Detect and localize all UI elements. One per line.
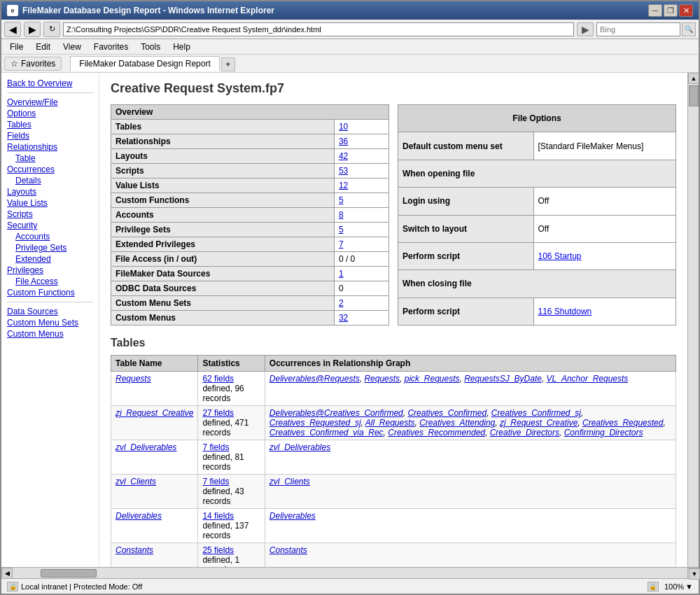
zoom-dropdown-icon[interactable]: ▼	[685, 582, 693, 591]
occurrence-link[interactable]: Creatives_Requested_sj	[270, 418, 361, 428]
sidebar-link-extended[interactable]: Extended	[15, 254, 93, 264]
scroll-thumb[interactable]	[689, 85, 699, 106]
perform-script-close-link[interactable]: 116 Shutdown	[538, 307, 592, 316]
sidebar-link-privilege-sets[interactable]: Privilege Sets	[15, 243, 93, 253]
table-fields-link[interactable]: 27 fields	[202, 408, 234, 418]
favorites-button[interactable]: ☆ Favorites	[4, 57, 62, 71]
table-name-link[interactable]: Deliverables	[115, 511, 162, 521]
sidebar-link-security[interactable]: Security	[7, 220, 93, 230]
table-occurrences-cell: Deliverables@Requests, Requests, pick_Re…	[265, 372, 676, 406]
table-name-link[interactable]: Constants	[115, 545, 153, 555]
overview-custom-menu-sets-link[interactable]: 2	[339, 298, 344, 308]
occurrence-link[interactable]: RequestsSJ_ByDate	[464, 374, 542, 384]
sidebar-link-file-access[interactable]: File Access	[15, 276, 93, 286]
overview-relationships-link[interactable]: 36	[339, 136, 348, 146]
sidebar-link-scripts[interactable]: Scripts	[7, 209, 93, 219]
overview-accounts-link[interactable]: 8	[339, 210, 344, 220]
sidebar-link-custom-menu-sets[interactable]: Custom Menu Sets	[7, 318, 93, 328]
occurrence-link[interactable]: pick_Requests	[405, 374, 460, 384]
occurrence-link[interactable]: Creatives_Recommended	[388, 428, 485, 438]
overview-value-lists-link[interactable]: 12	[339, 181, 348, 190]
refresh-button[interactable]: ↻	[43, 22, 60, 37]
menu-edit[interactable]: Edit	[30, 41, 56, 53]
menu-tools[interactable]: Tools	[135, 41, 166, 53]
overview-fm-data-sources-link[interactable]: 1	[339, 269, 344, 279]
forward-button[interactable]: ▶	[24, 22, 41, 37]
table-name-link[interactable]: zj_Request_Creative	[115, 408, 193, 418]
restore-button[interactable]: ❐	[664, 4, 678, 17]
occurrence-link[interactable]: Creatives_Confirmed	[407, 408, 486, 418]
occurrence-link[interactable]: Creatives_Confirmed_sj	[491, 408, 581, 418]
table-fields-link[interactable]: 7 fields	[202, 477, 229, 486]
occurrence-link[interactable]: Creatives_Confirmed_via_Rec	[270, 428, 384, 438]
occurrence-link[interactable]: Deliverables@Creatives_Confirmed	[270, 408, 403, 418]
occurrence-link[interactable]: zj_Request_Creative	[500, 418, 578, 428]
occurrence-link[interactable]: VL_Anchor_Requests	[547, 374, 629, 384]
minimize-button[interactable]: ─	[648, 4, 662, 17]
overview-privilege-sets-link[interactable]: 5	[339, 225, 344, 234]
right-scrollbar[interactable]: ▲ ▼	[687, 73, 699, 567]
sidebar-link-relationships[interactable]: Relationships	[7, 142, 93, 152]
back-button[interactable]: ◀	[4, 22, 21, 37]
sidebar-link-details[interactable]: Details	[15, 176, 93, 186]
horizontal-scrollbar[interactable]: ◀ ▶	[1, 567, 699, 578]
overview-custom-functions-link[interactable]: 5	[339, 195, 344, 205]
menu-favorites[interactable]: Favorites	[88, 41, 134, 53]
scroll-left-arrow[interactable]: ◀	[1, 568, 13, 579]
menu-file[interactable]: File	[4, 41, 29, 53]
sidebar-back-overview[interactable]: Back to Overview	[7, 78, 93, 88]
table-fields-link[interactable]: 14 fields	[202, 511, 234, 521]
overview-layouts-link[interactable]: 42	[339, 151, 348, 161]
search-input[interactable]	[596, 22, 680, 36]
sidebar-link-value-lists[interactable]: Value Lists	[7, 198, 93, 208]
active-tab[interactable]: FileMaker Database Design Report	[70, 56, 219, 71]
address-input[interactable]	[63, 22, 574, 36]
occurrence-link[interactable]: Creatives_Attending	[419, 418, 495, 428]
occurrence-link[interactable]: Creatives_Requested	[582, 418, 663, 428]
overview-scripts-value: 53	[334, 164, 388, 178]
occurrence-link[interactable]: Deliverables	[270, 511, 316, 521]
zoom-control[interactable]: 100% ▼	[664, 582, 693, 591]
perform-script-open-link[interactable]: 106 Startup	[538, 251, 582, 261]
sidebar-link-table[interactable]: Table	[15, 153, 93, 163]
sidebar-link-fields[interactable]: Fields	[7, 131, 93, 141]
sidebar-link-overview-file[interactable]: Overview/File	[7, 97, 93, 107]
occurrence-link[interactable]: All_Requests	[365, 418, 415, 428]
overview-custom-menus-link[interactable]: 32	[339, 313, 348, 323]
occurrence-link[interactable]: Deliverables@Requests	[270, 374, 360, 384]
sidebar-link-data-sources[interactable]: Data Sources	[7, 307, 93, 316]
table-fields-link[interactable]: 62 fields	[202, 374, 234, 384]
new-tab-button[interactable]: +	[221, 57, 235, 71]
occurrence-link[interactable]: Creative_Directors	[490, 428, 559, 438]
overview-file-access-value[interactable]: 0 / 0	[334, 252, 388, 267]
sidebar-link-custom-functions[interactable]: Custom Functions	[7, 288, 93, 298]
overview-scripts-link[interactable]: 53	[339, 166, 348, 176]
table-name-link[interactable]: zvl_Clients	[115, 477, 156, 486]
occurrence-link[interactable]: zvl_Clients	[270, 477, 310, 486]
menu-help[interactable]: Help	[167, 41, 196, 53]
sidebar-link-layouts[interactable]: Layouts	[7, 187, 93, 197]
go-button[interactable]: ▶	[577, 22, 594, 36]
scroll-up-arrow[interactable]: ▲	[688, 73, 699, 84]
occurrence-link[interactable]: Constants	[270, 545, 307, 555]
sidebar-link-accounts[interactable]: Accounts	[15, 232, 93, 241]
table-fields-link[interactable]: 7 fields	[202, 442, 229, 452]
search-icon[interactable]: 🔍	[682, 22, 696, 36]
h-scroll-thumb[interactable]	[41, 569, 97, 578]
sidebar-link-occurrences[interactable]: Occurrences	[7, 164, 93, 174]
occurrence-link[interactable]: Requests	[364, 374, 400, 384]
occurrence-link[interactable]: Confirming_Directors	[564, 428, 643, 438]
sidebar-link-options[interactable]: Options	[7, 108, 93, 118]
occurrence-link[interactable]: zvl_Deliverables	[270, 442, 330, 452]
menu-view[interactable]: View	[57, 41, 87, 53]
table-name-link[interactable]: Requests	[115, 374, 151, 384]
overview-tables-link[interactable]: 10	[339, 122, 348, 132]
table-name-link[interactable]: zvl_Deliverables	[115, 442, 176, 452]
sidebar-link-tables[interactable]: Tables	[7, 120, 93, 130]
sidebar-link-custom-menus[interactable]: Custom Menus	[7, 329, 93, 339]
sidebar-link-privileges[interactable]: Privileges	[7, 265, 93, 275]
table-fields-link[interactable]: 25 fields	[202, 545, 234, 555]
overview-extended-privileges-link[interactable]: 7	[339, 239, 344, 249]
overview-custom-menus-label: Custom Menus	[111, 311, 335, 326]
close-button[interactable]: ✕	[679, 4, 693, 17]
